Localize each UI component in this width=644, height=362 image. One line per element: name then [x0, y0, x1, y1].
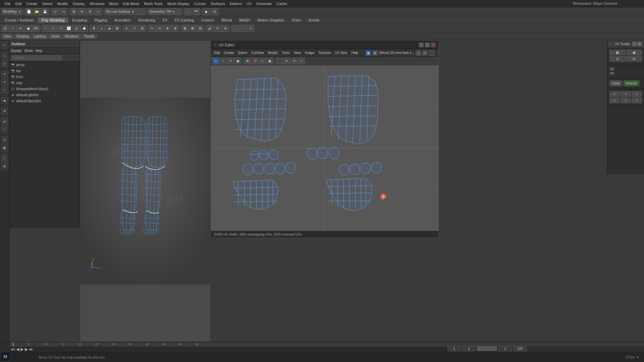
- cube-icon[interactable]: □: [50, 25, 57, 32]
- mesh-tools-menu[interactable]: Mesh Tools: [142, 1, 164, 6]
- uv-scale-icon[interactable]: ⤢: [298, 58, 305, 64]
- file-menu[interactable]: File: [3, 1, 13, 6]
- fps-dropdown-icon[interactable]: ▾: [637, 355, 639, 359]
- uv-view-menu[interactable]: View: [292, 51, 303, 55]
- select-menu[interactable]: Select: [40, 1, 55, 6]
- sphere-icon[interactable]: ○: [42, 25, 49, 32]
- tab-mash[interactable]: MASH: [236, 17, 253, 23]
- outliner-show-menu[interactable]: Show: [24, 49, 33, 53]
- grid-dot-1[interactable]: •: [609, 91, 620, 97]
- select-mode-icon[interactable]: ⊡: [1, 25, 9, 32]
- cylinder-icon[interactable]: ⬡: [57, 25, 65, 32]
- outliner-item-front[interactable]: 📷 front: [9, 74, 79, 80]
- edit-mesh-menu[interactable]: Edit Mesh: [121, 1, 141, 6]
- sculpt-icon[interactable]: ✏: [214, 25, 221, 32]
- display-menu[interactable]: Display: [71, 1, 87, 6]
- select-tool-lt[interactable]: ↖: [1, 42, 8, 49]
- outliner-search-input[interactable]: [11, 55, 62, 60]
- uv-checker-icon[interactable]: ⬛: [276, 58, 283, 64]
- prev-frame-btn[interactable]: ◀: [16, 347, 19, 352]
- tab-animation[interactable]: Animation: [111, 17, 134, 23]
- tab-arnold[interactable]: Arnold: [305, 17, 322, 23]
- uv-tools-menu[interactable]: Tools: [280, 51, 291, 55]
- grid-icon[interactable]: ⊞: [189, 25, 196, 32]
- lighting-menu-btn[interactable]: Lighting: [32, 34, 48, 39]
- uv-cutsew-menu[interactable]: Cut/Sew: [250, 51, 266, 55]
- outliner-help-menu[interactable]: Help: [36, 49, 43, 53]
- outliner-item-side[interactable]: 📷 side: [9, 80, 79, 86]
- uv-close-btn[interactable]: ✕: [431, 43, 436, 47]
- curves-menu[interactable]: Curves: [192, 1, 208, 6]
- show-menu-btn[interactable]: Show: [49, 34, 62, 39]
- scale-lt[interactable]: ⤢: [1, 86, 8, 94]
- mesh-display-menu[interactable]: Mesh Display: [165, 1, 192, 6]
- camera-lt[interactable]: 🎥: [1, 155, 8, 162]
- clear-button[interactable]: Clear: [609, 80, 622, 86]
- relax-icon[interactable]: ≋: [222, 25, 229, 32]
- next-frame-btn[interactable]: ▶: [25, 347, 28, 352]
- new-icon[interactable]: 📄: [25, 8, 33, 15]
- grid-dot-2[interactable]: •: [621, 91, 631, 97]
- generate-menu[interactable]: Generate: [254, 1, 274, 6]
- toolkit-minimize[interactable]: ─: [632, 42, 637, 46]
- viewport-3d[interactable]: RRCG 人人素材: [80, 40, 211, 342]
- wrap-icon[interactable]: ⋯: [239, 25, 247, 32]
- surfaces-menu[interactable]: Surfaces: [209, 1, 227, 6]
- tab-fx[interactable]: FX: [159, 17, 171, 23]
- uv-create-menu[interactable]: Create: [222, 51, 235, 55]
- uv-select-icon[interactable]: UV: [32, 25, 40, 32]
- end-frame-input[interactable]: 120: [513, 346, 527, 351]
- deform-menu[interactable]: Deform: [228, 1, 244, 6]
- select-tool-icon[interactable]: ⊕: [70, 8, 77, 15]
- tab-custom[interactable]: Custom: [198, 17, 217, 23]
- torus-icon[interactable]: ◎: [73, 25, 80, 32]
- play-icon[interactable]: ▶: [203, 8, 210, 15]
- edit-menu[interactable]: Edit: [13, 1, 24, 6]
- extrude-icon[interactable]: ⬆: [90, 25, 98, 32]
- panels-menu-btn[interactable]: Panels: [82, 34, 97, 39]
- tab-poly-modeling[interactable]: Poly Modeling: [38, 17, 68, 23]
- move-tool-icon[interactable]: ✛: [78, 8, 86, 15]
- uv-grid-toggle-icon[interactable]: ▦: [266, 58, 273, 64]
- windows-menu[interactable]: Windows: [88, 1, 107, 6]
- measure-icon[interactable]: ⊟: [197, 25, 204, 32]
- uv-texture-next-btn[interactable]: ▷: [422, 50, 428, 56]
- rotate-tool-icon[interactable]: ↺: [86, 8, 94, 15]
- uv-textures-menu[interactable]: Textures: [317, 51, 333, 55]
- soft-select-lt[interactable]: ◉: [1, 97, 8, 104]
- create-menu[interactable]: Create: [24, 1, 40, 6]
- separate-icon[interactable]: ⊗: [171, 25, 179, 32]
- save-icon[interactable]: 💾: [41, 8, 49, 15]
- pause-icon[interactable]: ⏸: [211, 8, 218, 15]
- uv-pin-icon[interactable]: 📌: [252, 58, 258, 64]
- tab-rendering[interactable]: Rendering: [135, 17, 159, 23]
- bridge-icon[interactable]: ⬗: [106, 25, 113, 32]
- start-frame-input[interactable]: 1: [447, 346, 461, 351]
- xray-lt[interactable]: ⊡: [1, 136, 8, 143]
- playback-frame-input[interactable]: 1: [498, 346, 512, 351]
- outliner-display-menu[interactable]: Display: [11, 49, 22, 53]
- outliner-item-wrapped-mesh[interactable]: ⬡ WrappedMesh:Body3: [9, 86, 79, 92]
- toolkit-close[interactable]: ✕: [637, 42, 642, 46]
- polygon-icon[interactable]: ⬟: [80, 25, 88, 32]
- uv-color-swatch[interactable]: [429, 50, 434, 56]
- show-manipulator-lt[interactable]: ⊞: [1, 107, 8, 115]
- lasso-tool-lt[interactable]: ⊃: [1, 52, 8, 59]
- uv-vertex-icon[interactable]: •: [220, 58, 226, 64]
- wireframe-lt[interactable]: ▦: [1, 144, 8, 152]
- bevel-icon[interactable]: ⬧: [98, 25, 105, 32]
- go-end-btn[interactable]: ⏭: [29, 347, 33, 352]
- redo-icon[interactable]: ↪: [60, 8, 67, 15]
- layout-icon-3[interactable]: ⊡: [609, 56, 626, 62]
- smooth-lt[interactable]: ≈: [1, 126, 8, 133]
- grid-dot-5[interactable]: •: [621, 98, 631, 103]
- camera-icon-1[interactable]: 🎥: [184, 8, 192, 15]
- symmetry-dropdown[interactable]: Symmetry: Off: [148, 8, 181, 15]
- uv-face-icon[interactable]: ▣: [234, 58, 241, 64]
- uv-minimize-btn[interactable]: ─: [419, 43, 424, 47]
- uv-uvsets-menu[interactable]: UV Sets: [333, 51, 349, 55]
- uv-menu[interactable]: UV: [245, 1, 254, 6]
- layout-icon-4[interactable]: ⊟: [626, 56, 642, 62]
- mode-dropdown[interactable]: Modeling: [1, 8, 22, 15]
- modify-menu[interactable]: Modify: [55, 1, 70, 6]
